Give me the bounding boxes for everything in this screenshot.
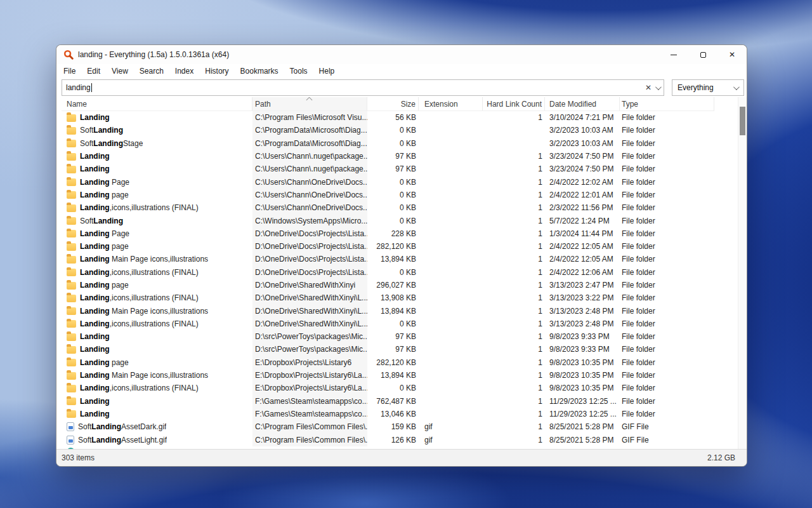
table-row[interactable]: SoftLanding C:\ProgramData\Microsoft\Dia… <box>62 124 714 137</box>
hard-link-count: 1 <box>483 318 545 330</box>
vertical-scrollbar[interactable] <box>738 97 747 450</box>
file-extension <box>419 201 483 214</box>
maximize-button[interactable] <box>688 45 717 64</box>
table-row[interactable]: Landing F:\Games\Steam\steamapps\co... 1… <box>62 408 714 420</box>
scrollbar-thumb[interactable] <box>740 107 745 135</box>
file-type: GIF File <box>620 433 714 446</box>
file-size: 282,120 KB <box>367 240 419 253</box>
table-row[interactable]: Landing Main Page icons,illustrations D:… <box>62 253 714 265</box>
date-modified: 8/25/2021 5:28 PM <box>545 420 620 433</box>
menu-item-file[interactable]: File <box>58 65 81 77</box>
table-row[interactable]: Landing,icons,illustrations (FINAL) E:\D… <box>62 382 714 394</box>
file-name: Landing <box>80 345 110 354</box>
file-size: 0 KB <box>367 318 419 330</box>
menu-item-view[interactable]: View <box>106 65 134 77</box>
date-modified: 2/4/2022 12:06 AM <box>545 266 620 279</box>
search-input[interactable]: landing ✕ <box>62 79 664 96</box>
file-type: File folder <box>620 408 714 420</box>
menu-item-search[interactable]: Search <box>134 65 169 77</box>
table-row[interactable]: Landing C:\Users\Chann\.nuget\package...… <box>62 163 714 175</box>
file-extension <box>419 395 483 408</box>
hard-link-count: 1 <box>483 189 545 201</box>
filter-value: Everything <box>672 83 714 92</box>
column-header-type[interactable]: Type <box>620 97 714 110</box>
column-header-ext[interactable]: Extension <box>419 97 483 110</box>
file-name: Landing <box>80 164 110 173</box>
file-name: Landing <box>80 397 110 406</box>
file-path: E:\Dropbox\Projects\Listary6 <box>252 356 367 369</box>
minimize-button[interactable] <box>659 45 688 64</box>
search-history-chevron-icon[interactable] <box>655 84 662 90</box>
gif-file-icon <box>67 422 74 431</box>
close-button[interactable]: ✕ <box>717 45 747 64</box>
table-row[interactable]: Landing page E:\Dropbox\Projects\Listary… <box>62 356 714 369</box>
file-name: Landing <box>80 152 110 161</box>
table-row[interactable]: Landing page D:\OneDrive\Docs\Projects\L… <box>62 240 714 253</box>
column-header-size[interactable]: Size <box>367 97 419 110</box>
table-row[interactable]: Landing F:\Games\Steam\steamapps\co... 7… <box>62 395 714 408</box>
search-row: landing ✕ Everything <box>56 78 747 97</box>
folder-icon <box>67 178 76 186</box>
table-row[interactable]: Landing Main Page icons,illustrations D:… <box>62 304 714 317</box>
table-row[interactable]: Landing,icons,illustrations (FINAL) D:\O… <box>62 318 714 330</box>
file-extension <box>419 137 483 150</box>
table-row[interactable]: Landing page C:\Users\Chann\OneDrive\Doc… <box>62 189 714 201</box>
menu-item-help[interactable]: Help <box>313 65 341 77</box>
table-row[interactable]: SoftLanding C:\Windows\SystemApps\Micro.… <box>62 214 714 227</box>
date-modified: 3/13/2023 2:48 PM <box>545 318 620 330</box>
table-row[interactable]: Landing,icons,illustrations (FINAL) D:\O… <box>62 291 714 304</box>
file-name: Landing page <box>80 358 129 367</box>
file-path: D:\src\PowerToys\packages\Mic... <box>252 330 367 343</box>
column-header-links[interactable]: Hard Link Count <box>483 97 545 110</box>
date-modified: 3/13/2023 2:47 PM <box>545 279 620 291</box>
file-type: GIF File <box>620 420 714 433</box>
column-header-name[interactable]: Name <box>62 97 252 110</box>
search-value: landing <box>62 83 91 92</box>
file-extension <box>419 330 483 343</box>
folder-icon <box>67 320 76 328</box>
date-modified: 3/2/2023 10:03 AM <box>545 137 620 150</box>
table-row[interactable]: Landing D:\src\PowerToys\packages\Mic...… <box>62 330 714 343</box>
file-path: D:\OneDrive\SharedWithXinyi <box>252 279 367 291</box>
table-row[interactable]: Landing,icons,illustrations (FINAL) C:\U… <box>62 201 714 214</box>
table-row[interactable]: SoftLandingAssetDark.gif C:\Program File… <box>62 420 714 433</box>
column-header-date[interactable]: Date Modified <box>545 97 620 110</box>
file-type: File folder <box>620 330 714 343</box>
menu-item-tools[interactable]: Tools <box>284 65 313 77</box>
file-extension: gif <box>419 433 483 446</box>
table-row[interactable]: SoftLandingAssetLight.gif C:\Program Fil… <box>62 433 714 446</box>
file-name: SoftLanding <box>80 217 123 225</box>
filter-dropdown[interactable]: Everything <box>672 79 744 96</box>
table-row[interactable]: Landing Page C:\Users\Chann\OneDrive\Doc… <box>62 175 714 188</box>
file-type: File folder <box>620 291 714 304</box>
menu-item-history[interactable]: History <box>199 65 234 77</box>
title-bar[interactable]: landing - Everything (1.5a) 1.5.0.1361a … <box>56 45 747 64</box>
file-path: C:\Program Files\Common Files\... <box>252 433 367 446</box>
column-header-path[interactable]: Path <box>252 97 367 110</box>
file-type: File folder <box>620 214 714 227</box>
file-type: File folder <box>620 150 714 163</box>
folder-icon <box>67 191 76 199</box>
table-row[interactable]: Landing C:\Program Files\Microsoft Visu.… <box>62 111 714 124</box>
file-size: 13,894 KB <box>367 304 419 317</box>
file-size: 0 KB <box>367 382 419 394</box>
folder-icon <box>67 230 76 237</box>
file-name: Landing Main Page icons,illustrations <box>80 371 208 380</box>
table-row[interactable]: Landing,icons,illustrations (FINAL) D:\O… <box>62 266 714 279</box>
table-row[interactable]: Landing Page D:\OneDrive\Docs\Projects\L… <box>62 227 714 240</box>
table-row[interactable]: Landing D:\src\PowerToys\packages\Mic...… <box>62 343 714 356</box>
table-row[interactable]: Landing C:\Users\Chann\.nuget\package...… <box>62 150 714 163</box>
table-row[interactable]: SoftLandingStage C:\ProgramData\Microsof… <box>62 137 714 150</box>
menu-item-index[interactable]: Index <box>169 65 199 77</box>
date-modified: 1/3/2024 11:44 PM <box>545 227 620 240</box>
clear-search-icon[interactable]: ✕ <box>645 84 652 91</box>
table-row[interactable]: Landing Main Page icons,illustrations E:… <box>62 369 714 382</box>
table-row[interactable]: Landing page D:\OneDrive\SharedWithXinyi… <box>62 279 714 291</box>
filter-chevron-icon <box>733 84 740 90</box>
file-extension <box>419 189 483 201</box>
file-list: Landing C:\Program Files\Microsoft Visu.… <box>62 111 714 450</box>
file-name: Landing Main Page icons,illustrations <box>80 255 208 264</box>
file-type: File folder <box>620 279 714 291</box>
menu-item-edit[interactable]: Edit <box>81 65 106 77</box>
menu-item-bookmarks[interactable]: Bookmarks <box>235 65 284 77</box>
